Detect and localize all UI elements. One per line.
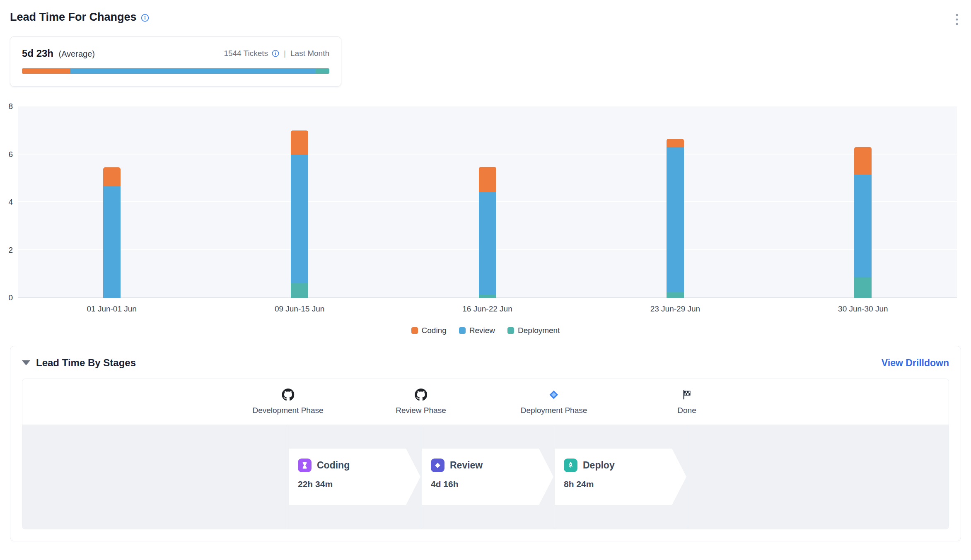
- bar-segment-coding[interactable]: [103, 167, 121, 186]
- bar-segment-coding[interactable]: [667, 139, 684, 147]
- bar-segment-deployment[interactable]: [479, 295, 496, 298]
- x-tick-label: 09 Jun-15 Jun: [205, 304, 393, 314]
- legend-item-review[interactable]: Review: [459, 326, 495, 335]
- legend-swatch: [507, 327, 514, 334]
- rocket-icon: [564, 459, 577, 472]
- bar-segment-deployment[interactable]: [291, 283, 308, 298]
- phase-review-phase: Review Phase: [396, 388, 446, 415]
- legend-swatch: [459, 327, 466, 334]
- phase-label: Review Phase: [396, 406, 446, 415]
- phase-label: Deployment Phase: [521, 406, 587, 415]
- summary-card: 5d 23h (Average) 1544 Tickets | Last Mon…: [10, 36, 341, 87]
- bar-segment-review[interactable]: [854, 175, 872, 278]
- stacked-bar-30-jun-30-jun[interactable]: [854, 106, 872, 298]
- diamond-icon: [431, 459, 444, 472]
- stacked-bar-09-jun-15-jun[interactable]: [291, 106, 308, 298]
- phase-deployment-phase: Deployment Phase: [521, 388, 587, 415]
- bar-cell: [205, 106, 393, 298]
- stacked-bar-23-jun-29-jun[interactable]: [667, 106, 684, 298]
- bars-layer: [18, 106, 957, 298]
- bar-segment-deployment[interactable]: [667, 292, 684, 298]
- average-lead-time: 5d 23h (Average): [22, 48, 95, 59]
- stage-name: Deploy: [583, 460, 615, 471]
- chart-legend: CodingReviewDeployment: [0, 326, 971, 335]
- bar-segment-deployment[interactable]: [854, 278, 872, 298]
- hourglass-icon: [298, 459, 312, 472]
- period-label: Last Month: [290, 49, 329, 58]
- stage-duration: 22h 34m: [298, 479, 420, 489]
- average-label: (Average): [58, 49, 94, 58]
- average-value: 5d 23h: [22, 48, 53, 59]
- header: Lead Time For Changes: [10, 11, 959, 27]
- legend-label: Coding: [422, 326, 447, 335]
- stages-body: Coding22h 34mReview4d 16hDeploy8h 24m: [22, 425, 949, 529]
- y-tick-label: 2: [8, 246, 13, 255]
- column-divider: [687, 425, 687, 529]
- column-divider: [421, 425, 421, 529]
- separator: |: [284, 49, 286, 58]
- legend-swatch: [411, 327, 418, 334]
- bar-cell: [769, 106, 957, 298]
- stage-deploy[interactable]: Deploy8h 24m: [555, 449, 686, 505]
- stage-name: Coding: [317, 460, 350, 471]
- stages-card: Lead Time By Stages View Drilldown Devel…: [10, 346, 961, 541]
- lead-time-chart: 02468 01 Jun-01 Jun09 Jun-15 Jun16 Jun-2…: [0, 106, 971, 335]
- stage-review[interactable]: Review4d 16h: [422, 449, 553, 505]
- stage-duration: 8h 24m: [564, 479, 686, 489]
- y-tick-label: 6: [8, 150, 13, 159]
- tickets-info-icon[interactable]: [272, 50, 279, 57]
- page-title-text: Lead Time For Changes: [10, 11, 137, 24]
- legend-item-coding[interactable]: Coding: [411, 326, 447, 335]
- bar-segment-review[interactable]: [103, 186, 121, 298]
- x-tick-label: 16 Jun-22 Jun: [394, 304, 581, 314]
- bar-segment-review[interactable]: [291, 154, 308, 284]
- title-info-icon[interactable]: [141, 14, 149, 22]
- page-title: Lead Time For Changes: [10, 11, 149, 24]
- column-divider: [288, 425, 288, 529]
- stacked-bar-01-jun-01-jun[interactable]: [103, 106, 121, 298]
- chart-y-axis: 02468: [0, 106, 18, 298]
- github-icon: [282, 388, 294, 401]
- phase-done: Done: [677, 388, 696, 415]
- bar-segment-review[interactable]: [667, 147, 684, 292]
- bar-cell: [394, 106, 581, 298]
- legend-label: Review: [469, 326, 495, 335]
- phases-row: Development PhaseReview PhaseDeployment …: [22, 379, 949, 425]
- collapse-caret-icon[interactable]: [22, 360, 30, 365]
- github-icon: [415, 388, 427, 401]
- bar-segment-coding[interactable]: [291, 130, 308, 154]
- stages-header: Lead Time By Stages View Drilldown: [22, 357, 949, 369]
- tickets-count: 1544 Tickets: [224, 49, 268, 58]
- bar-cell: [18, 106, 205, 298]
- blue-diamond-icon: [548, 388, 559, 401]
- stages-table: Development PhaseReview PhaseDeployment …: [22, 379, 949, 529]
- phase-development-phase: Development Phase: [252, 388, 323, 415]
- bar-cell: [581, 106, 769, 298]
- stage-duration: 4d 16h: [431, 479, 553, 489]
- y-tick-label: 0: [8, 293, 13, 302]
- bar-segment-coding[interactable]: [479, 167, 496, 192]
- y-tick-label: 8: [8, 102, 13, 111]
- kebab-menu-icon[interactable]: [955, 13, 959, 27]
- x-tick-label: 30 Jun-30 Jun: [769, 304, 957, 314]
- column-divider: [554, 425, 554, 529]
- checkered-flag-icon: [681, 388, 692, 401]
- stage-coding[interactable]: Coding22h 34m: [289, 449, 420, 505]
- view-drilldown-link[interactable]: View Drilldown: [882, 357, 949, 369]
- progress-segment-review: [70, 68, 315, 74]
- x-tick-label: 01 Jun-01 Jun: [18, 304, 205, 314]
- summary-progress-bar: [22, 68, 329, 74]
- legend-item-deployment[interactable]: Deployment: [507, 326, 560, 335]
- chart-x-axis: 01 Jun-01 Jun09 Jun-15 Jun16 Jun-22 Jun2…: [18, 304, 957, 314]
- lead-time-widget: Lead Time For Changes 5d 23h (Average) 1…: [0, 0, 971, 560]
- progress-segment-coding: [22, 68, 70, 74]
- x-tick-label: 23 Jun-29 Jun: [581, 304, 769, 314]
- progress-segment-deployment: [315, 68, 329, 74]
- stage-name: Review: [450, 460, 483, 471]
- legend-label: Deployment: [518, 326, 560, 335]
- bar-segment-review[interactable]: [479, 192, 496, 295]
- bar-segment-coding[interactable]: [854, 147, 872, 174]
- y-tick-label: 4: [8, 198, 13, 207]
- chart-plot: [18, 106, 957, 298]
- stacked-bar-16-jun-22-jun[interactable]: [479, 106, 496, 298]
